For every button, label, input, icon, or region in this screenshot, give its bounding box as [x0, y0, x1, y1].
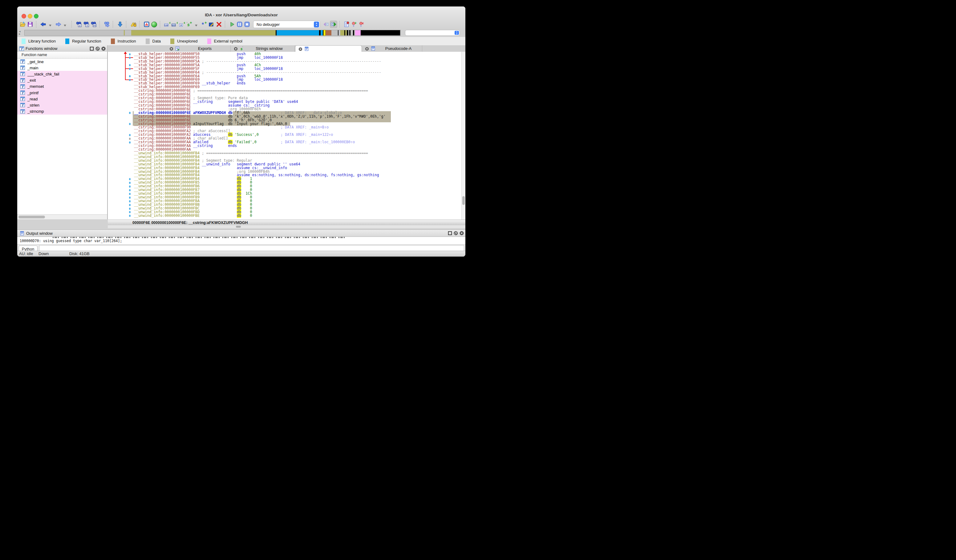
tab-ida-view[interactable]	[295, 45, 362, 52]
breakpoint-delete-icon[interactable]: ×	[358, 20, 365, 28]
function-list-item[interactable]: f_printf	[17, 90, 107, 96]
debugger-select[interactable]: No debugger▲▼	[253, 20, 320, 28]
navband-segment[interactable]	[131, 30, 276, 35]
function-name-column-header[interactable]: Function name	[17, 52, 107, 58]
function-list-item[interactable]: f_main	[17, 64, 107, 71]
output-float-icon[interactable]	[454, 231, 458, 235]
functions-float-icon[interactable]	[96, 47, 100, 51]
toolbar-separator	[139, 21, 142, 28]
tab-strings-window[interactable]: s''Strings window	[231, 45, 295, 52]
navband-segment[interactable]	[125, 30, 131, 35]
disassembly-listing[interactable]: __stub_helper:0000000100000F50 push 40h_…	[134, 52, 461, 217]
disassembly-line[interactable]: __unwind_info:0000000100000FBE db 0	[134, 214, 461, 218]
function-list-item[interactable]: f___stack_chk_fail	[17, 71, 107, 77]
back-icon[interactable]	[40, 20, 47, 28]
svg-text:×: ×	[362, 21, 364, 25]
breakpoint-list-icon[interactable]	[343, 20, 351, 28]
navband-segment[interactable]	[351, 30, 353, 35]
navband-segment[interactable]	[332, 30, 338, 35]
pseudocode-icon	[371, 46, 376, 51]
navband-scroll-arrows[interactable]: ◄►	[19, 30, 24, 36]
tab-label: Exports	[194, 46, 216, 51]
function-list-item[interactable]: f_get_line	[17, 58, 107, 64]
caret-icon[interactable]	[47, 20, 55, 28]
function-list-item[interactable]: f_memset	[17, 83, 107, 90]
navband-segment[interactable]	[355, 30, 361, 35]
search-binary-icon[interactable]: #	[75, 20, 83, 28]
functions-hscrollbar[interactable]	[17, 214, 107, 219]
function-list-item[interactable]: f_read	[17, 96, 107, 102]
make-name-icon[interactable]: A+	[178, 20, 186, 28]
forward-icon[interactable]	[55, 20, 62, 28]
problems-icon[interactable]	[143, 20, 150, 28]
output-window-titlebar[interactable]: Output window	[17, 230, 465, 237]
c-prev-icon[interactable]: C	[322, 20, 330, 28]
stop-icon[interactable]	[243, 20, 251, 28]
pause-icon[interactable]	[236, 20, 243, 28]
functions-hscrollbar-thumb[interactable]	[19, 216, 45, 219]
output-close-icon[interactable]	[459, 231, 464, 235]
output-maximize-icon[interactable]	[448, 231, 452, 235]
disassembly-hscrollbar[interactable]	[108, 225, 465, 228]
tab-close-icon[interactable]	[365, 47, 369, 50]
function-list-item[interactable]: f_strncmp	[17, 109, 107, 115]
navband-current-position-marker[interactable]	[323, 30, 325, 36]
make-data-icon[interactable]: DATA+	[171, 20, 178, 28]
function-icon: f	[20, 97, 25, 101]
combo-spinner-icon[interactable]: ▲▼	[314, 22, 319, 27]
make-code-icon[interactable]: CODE+	[164, 20, 171, 28]
navband-segment[interactable]	[361, 30, 400, 35]
jump-address-icon[interactable]	[116, 20, 124, 28]
legend-item: Data	[146, 38, 161, 44]
undefine-icon[interactable]	[215, 20, 223, 28]
navband-segment[interactable]	[340, 30, 344, 35]
function-icon: f	[20, 72, 25, 76]
navigation-band[interactable]	[24, 30, 401, 36]
function-list-item[interactable]: f_strlen	[17, 102, 107, 108]
functions-icon: f	[19, 47, 24, 51]
disassembly-view[interactable]: __stub_helper:0000000100000F50 push 40h_…	[108, 52, 465, 220]
tab-exports[interactable]: Exports	[166, 45, 231, 52]
navband-range-combo[interactable]: ▲▼	[405, 30, 460, 36]
tab-close-icon[interactable]	[170, 47, 173, 50]
caret-icon[interactable]	[193, 20, 201, 28]
c-next-icon[interactable]: C	[330, 20, 337, 28]
analysis-sphere-icon[interactable]	[150, 20, 158, 28]
svg-text:*: *	[202, 22, 204, 27]
search-values-icon[interactable]: 101	[90, 20, 97, 28]
toolbar-separator	[225, 21, 227, 28]
make-string-icon[interactable]: s''+	[186, 20, 193, 28]
debugger-select-value: No debugger	[253, 22, 314, 27]
search-text-icon[interactable]: T	[83, 20, 90, 28]
function-name: _exit	[27, 78, 36, 83]
svg-text:CODE: CODE	[164, 25, 168, 26]
highlight-lock-icon[interactable]	[130, 20, 137, 28]
tab-close-icon[interactable]	[234, 47, 238, 50]
search-next-icon[interactable]	[103, 20, 110, 28]
breakpoint-add-icon[interactable]: +	[351, 20, 358, 28]
navband-segment[interactable]	[25, 30, 124, 35]
functions-window-titlebar[interactable]: f Functions window	[17, 45, 107, 52]
caret-icon[interactable]	[62, 20, 69, 28]
disassembly-hscrollbar-thumb[interactable]	[236, 226, 241, 228]
functions-maximize-icon[interactable]	[90, 47, 94, 51]
disassembly-vscrollbar-thumb[interactable]	[462, 196, 465, 205]
make-array-icon[interactable]: *+	[201, 20, 208, 28]
combo-spinner-icon[interactable]: ▲▼	[454, 31, 459, 35]
disassembly-vscrollbar[interactable]	[461, 52, 465, 220]
function-list-item[interactable]: f_exit	[17, 77, 107, 83]
instruction-dot	[129, 53, 131, 55]
instruction-dot	[129, 197, 131, 199]
toolbar-separator	[36, 21, 38, 28]
play-icon[interactable]	[228, 20, 236, 28]
open-file-icon[interactable]	[19, 20, 27, 28]
navband-segment[interactable]	[321, 30, 323, 35]
tab-label: Strings window	[251, 46, 287, 51]
functions-close-icon[interactable]	[101, 47, 105, 51]
save-file-icon[interactable]	[27, 20, 34, 28]
navband-segment[interactable]	[277, 30, 319, 35]
tab-pseudocode-a[interactable]: Pseudocode-A	[362, 45, 422, 52]
tab-close-icon[interactable]	[299, 47, 302, 51]
edit-comment-icon[interactable]	[208, 20, 215, 28]
output-log[interactable]: 100000D70: using guessed type char var_1…	[17, 237, 465, 245]
